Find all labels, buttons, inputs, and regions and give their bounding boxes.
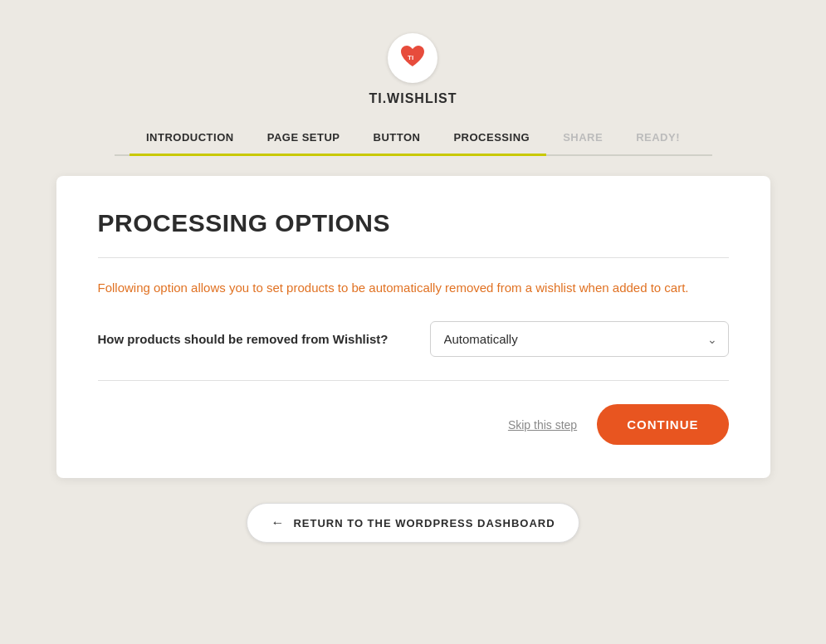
- card-divider-top: [98, 257, 729, 258]
- nav-tabs: INTRODUCTION PAGE SETUP BUTTON PROCESSIN…: [115, 123, 712, 156]
- dashboard-label: RETURN TO THE WORDPRESS DASHBOARD: [293, 517, 555, 529]
- select-wrapper: Automatically Manually Never ⌄: [430, 321, 729, 357]
- tab-button[interactable]: BUTTON: [357, 123, 437, 156]
- continue-button[interactable]: CONTINUE: [597, 404, 728, 445]
- removal-select[interactable]: Automatically Manually Never: [430, 321, 729, 357]
- tab-introduction[interactable]: INTRODUCTION: [130, 123, 251, 156]
- logo-icon: TI: [398, 43, 428, 73]
- tab-page-setup[interactable]: PAGE SETUP: [251, 123, 357, 156]
- tab-share: SHARE: [546, 123, 619, 156]
- logo-wrapper: TI TI.WISHLIST: [369, 33, 457, 106]
- info-text: Following option allows you to set produ…: [98, 278, 729, 298]
- form-label: How products should be removed from Wish…: [98, 332, 413, 346]
- form-row: How products should be removed from Wish…: [98, 321, 729, 357]
- main-card: PROCESSING OPTIONS Following option allo…: [56, 176, 770, 478]
- card-title: PROCESSING OPTIONS: [98, 209, 729, 237]
- tab-ready: READY!: [619, 123, 696, 156]
- dashboard-button[interactable]: ← RETURN TO THE WORDPRESS DASHBOARD: [247, 503, 579, 543]
- app-title: TI.WISHLIST: [369, 91, 457, 106]
- card-actions: Skip this step CONTINUE: [98, 404, 729, 445]
- svg-text:TI: TI: [408, 54, 413, 61]
- arrow-left-icon: ←: [271, 515, 285, 530]
- tab-processing[interactable]: PROCESSING: [437, 123, 546, 156]
- logo-circle: TI: [388, 33, 437, 83]
- skip-button[interactable]: Skip this step: [508, 418, 577, 432]
- card-divider-bottom: [98, 380, 729, 381]
